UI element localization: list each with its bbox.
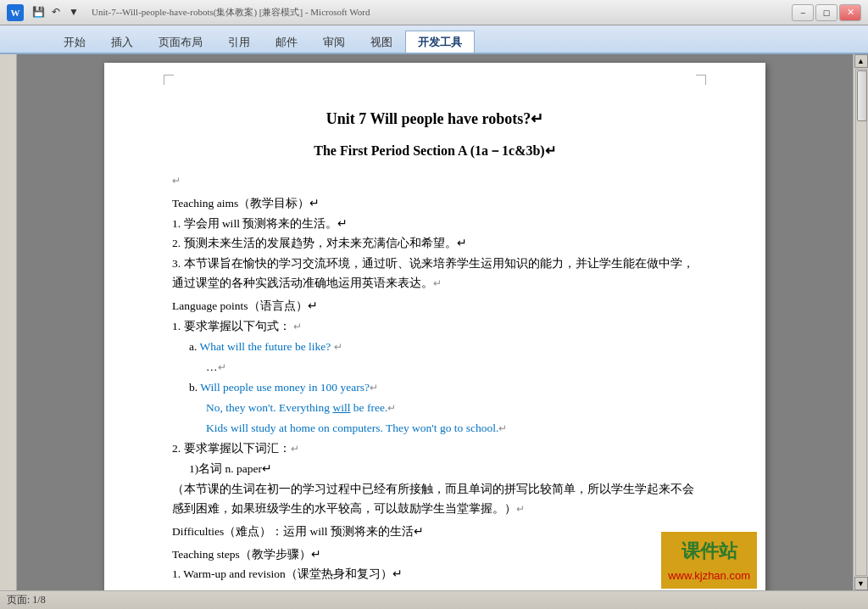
watermark-line1: 课件站 [668,535,750,567]
window-controls: − □ ✕ [792,4,861,21]
doc-area[interactable]: Unit 7 Will people have robots?↵ The Fir… [17,54,853,590]
scroll-down-arrow[interactable]: ▼ [854,577,868,590]
lp-1b-ans2: Kids will study at home on computers. Th… [206,419,698,439]
tab-layout[interactable]: 页面布局 [146,31,215,53]
aim-3: 3. 本节课旨在愉快的学习交流环境，通过听、说来培养学生运用知识的能力，并让学生… [172,254,698,293]
quick-arrow-btn[interactable]: ▼ [66,5,81,20]
lp-1a-dots: …↵ [206,358,698,377]
tab-mail[interactable]: 邮件 [263,31,310,53]
difficulties-label: Difficulties（难点）：运用 will 预测将来的生活↵ [172,522,698,542]
doc-title: Unit 7 Will people have robots?↵ [172,106,698,132]
tab-insert[interactable]: 插入 [98,31,146,53]
quick-save-btn[interactable]: 💾 [31,5,46,20]
lp-2-1: 1)名词 n. paper↵ [189,460,698,479]
corner-mark-tl [164,75,174,85]
page-info: 页面: 1/8 [7,593,46,607]
title-bar-left: W 💾 ↶ ▼ Unit-7--Will-people-have-robots(… [7,4,370,21]
aim-1: 1. 学会用 will 预测将来的生活。↵ [172,215,698,234]
scroll-up-arrow[interactable]: ▲ [854,54,868,68]
minimize-btn[interactable]: − [792,4,814,21]
quick-undo-btn[interactable]: ↶ [48,5,64,20]
title-bar: W 💾 ↶ ▼ Unit-7--Will-people-have-robots(… [0,0,868,25]
left-toolbar [0,54,17,590]
lp-2-note: （本节课的生词在初一的学习过程中已经有所接触，而且单词的拼写比较简单，所以学生学… [172,480,698,519]
return-mark-1: ↵ [172,175,181,187]
maximize-btn[interactable]: □ [815,4,837,21]
lp-1a: a. What will the future be like? ↵ [189,338,698,357]
main-area: Unit 7 Will people have robots?↵ The Fir… [0,54,868,590]
language-points-label: Language points（语言点）↵ [172,297,698,316]
watermark-line2: www.kjzhan.com [668,567,750,585]
lp-1b-ans1: No, they won't. Everything will be free.… [206,399,698,418]
right-scrollbar[interactable]: ▲ ▼ [853,54,868,590]
lp-1: 1. 要求掌握以下句式： ↵ [172,317,698,337]
ts-1a: Have Ss look at the screen and the sente… [172,585,698,590]
document-page: Unit 7 Will people have robots?↵ The Fir… [104,63,765,590]
watermark: 课件站 www.kjzhan.com [661,532,757,589]
tab-start[interactable]: 开始 [51,31,98,53]
aim-2: 2. 预测未来生活的发展趋势，对未来充满信心和希望。↵ [172,234,698,254]
teaching-steps-label: Teaching steps（教学步骤）↵ [172,545,698,565]
teaching-aims-label: Teaching aims（教学目标）↵ [172,194,698,214]
title-text: Unit-7--Will-people-have-robots(集体教案) [兼… [92,6,370,19]
doc-subtitle: The First Period Section A (1a－1c&3b)↵ [172,139,698,162]
tab-review[interactable]: 审阅 [310,31,358,53]
lp-2: 2. 要求掌握以下词汇：↵ [172,439,698,459]
scroll-track[interactable] [855,69,867,576]
tab-references[interactable]: 引用 [215,31,263,53]
tab-developer[interactable]: 开发工具 [405,31,475,53]
status-bar: 页面: 1/8 [0,590,868,609]
scroll-thumb[interactable] [857,70,867,121]
word-icon: W [7,4,24,21]
watermark-box: 课件站 www.kjzhan.com [661,532,757,589]
ribbon-tabs: 开始 插入 页面布局 引用 邮件 审阅 视图 开发工具 [0,25,868,53]
tab-view[interactable]: 视图 [358,31,405,53]
close-btn[interactable]: ✕ [839,4,861,21]
lp-1b: b. Will people use money in 100 years?↵ [189,378,698,398]
corner-mark-tr [696,75,706,85]
ts-1: 1. Warm-up and revision（课堂热身和复习）↵ [172,565,698,584]
ribbon: 开始 插入 页面布局 引用 邮件 审阅 视图 开发工具 [0,25,868,54]
